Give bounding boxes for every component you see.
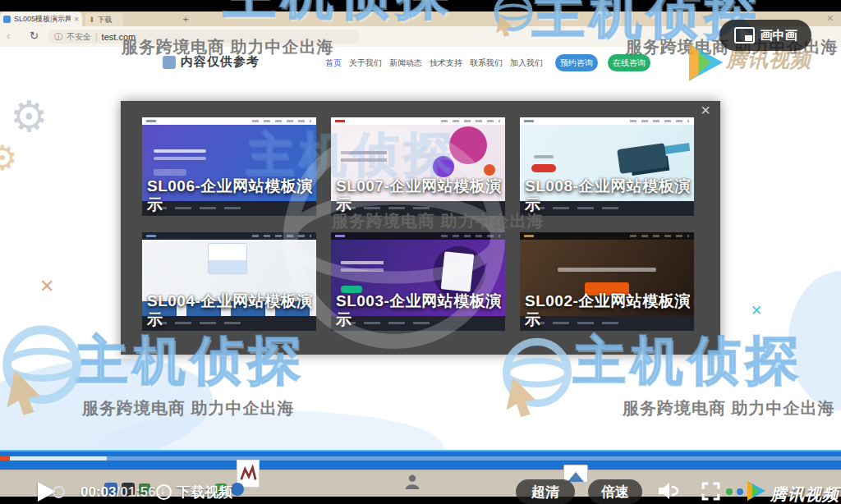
url-text: test.com <box>102 32 136 42</box>
progress-played <box>0 456 10 460</box>
download-tab-label: 下载 <box>98 15 113 25</box>
pip-label: 画中画 <box>761 28 797 44</box>
template-label: SL002-企业网站模板演示 <box>525 291 692 331</box>
tab-title: SL005模板演示网站 <box>14 14 71 25</box>
template-label: SL007-企业网站模板演示 <box>336 176 503 216</box>
picture-in-picture-button[interactable]: 画中画 <box>719 20 811 51</box>
template-card-sl007[interactable]: SL007-企业网站模板演示 <box>331 117 505 216</box>
page-footer-band <box>0 450 841 471</box>
decoration <box>558 268 656 272</box>
time-total: 01:56 <box>120 484 155 500</box>
speed-button[interactable]: 倍速 <box>588 479 642 504</box>
mini-site-header <box>142 232 316 240</box>
decoration <box>617 143 668 174</box>
download-circle-icon <box>156 484 172 500</box>
address-bar[interactable]: ⓘ 不安全 | test.com <box>48 30 360 44</box>
download-icon: ⬇ <box>89 16 95 24</box>
tencent-video-logo <box>744 479 767 502</box>
time-display: 00:03/01:56 <box>80 484 156 501</box>
template-label: SL008-企业网站模板演示 <box>525 176 692 216</box>
time-current: 00:03 <box>80 484 116 500</box>
progress-bar[interactable] <box>0 456 841 460</box>
quality-button[interactable]: 超清 <box>516 479 575 504</box>
security-label: 不安全 <box>67 31 91 43</box>
template-card-sl004[interactable]: SL004-企业网站模板演示 <box>142 232 316 331</box>
volume-icon[interactable] <box>657 480 680 502</box>
tencent-video-brand: 腾讯视频 <box>770 483 839 504</box>
gear-icon: ⚙ <box>0 138 18 178</box>
browser-tab[interactable]: SL005模板演示网站 × <box>0 11 82 26</box>
mini-site-header <box>520 232 694 240</box>
video-player-stage: SL005模板演示网站 × ⬇ 下载 ＋ ✕ ‹ ↻ ⓘ 不安全 | test.… <box>0 0 841 504</box>
nav-item-join[interactable]: 加入我们 <box>510 57 543 69</box>
nav-item-news[interactable]: 新闻动态 <box>389 57 422 69</box>
mini-site-header <box>520 117 694 125</box>
template-label: SL006-企业网站模板演示 <box>147 176 314 216</box>
template-card-sl008[interactable]: SL008-企业网站模板演示 <box>520 117 694 216</box>
nav-item-home[interactable]: 首页 <box>325 57 342 69</box>
favicon <box>3 16 11 23</box>
pip-icon <box>734 27 755 44</box>
back-icon[interactable]: ‹ <box>7 30 10 42</box>
letterbox-top <box>0 0 841 11</box>
tencent-video-logo <box>683 41 726 84</box>
modal-close-icon[interactable]: × <box>701 102 710 118</box>
taskbar-user-icon[interactable] <box>404 473 420 489</box>
decorative-x-icon: ✕ <box>39 276 54 297</box>
mini-site-header <box>331 117 505 125</box>
gear-icon: ⚙ <box>10 92 48 141</box>
download-video-label: 下载视频 <box>177 483 232 502</box>
template-card-sl003[interactable]: SL003-企业网站模板演示 <box>331 232 505 331</box>
consult-button[interactable]: 预约咨询 <box>555 54 598 71</box>
site-logo-icon <box>163 56 176 69</box>
template-card-sl002[interactable]: SL002-企业网站模板演示 <box>520 232 694 331</box>
decoration <box>341 151 387 154</box>
decoration <box>208 243 247 274</box>
main-nav: 首页 关于我们 新闻动态 技术支持 联系我们 加入我们 <box>325 57 543 69</box>
loop-icon[interactable] <box>53 486 65 498</box>
wm-logo-icon <box>239 465 257 483</box>
nav-item-support[interactable]: 技术支持 <box>430 57 462 69</box>
nav-item-contact[interactable]: 联系我们 <box>470 57 503 69</box>
site-logo-text: 内容仅供参考 <box>181 54 260 70</box>
online-consult-button[interactable]: 在线咨询 <box>608 54 650 71</box>
reload-icon[interactable]: ↻ <box>30 30 39 42</box>
download-bar-tab[interactable]: ⬇ 下载 <box>85 13 123 26</box>
tray-dot-icon[interactable] <box>726 488 733 495</box>
nav-item-about[interactable]: 关于我们 <box>349 57 382 69</box>
download-video-button[interactable]: 下载视频 <box>156 483 232 502</box>
new-tab-button[interactable]: ＋ <box>181 12 191 26</box>
progress-buffered <box>0 456 107 460</box>
site-info-icon[interactable]: ⓘ <box>54 31 62 43</box>
decoration <box>154 169 186 176</box>
browser-tab-strip <box>0 11 841 26</box>
decoration <box>531 164 556 172</box>
template-gallery-modal: × SL006-企业网站模板演示 SL007-企业网站模板演示 <box>121 101 720 355</box>
taskbar-icon[interactable] <box>231 483 244 496</box>
fullscreen-icon[interactable] <box>701 481 721 502</box>
decoration <box>154 149 206 153</box>
decoration <box>449 126 487 164</box>
template-card-sl006[interactable]: SL006-企业网站模板演示 <box>142 117 316 216</box>
address-divider: | <box>95 32 98 41</box>
mini-site-header <box>331 232 505 240</box>
tray-dot-icon[interactable] <box>737 488 743 495</box>
template-label: SL003-企业网站模板演示 <box>336 291 503 331</box>
template-label: SL004-企业网站模板演示 <box>147 291 314 331</box>
mini-site-header <box>142 117 316 125</box>
window-close-icon[interactable]: ✕ <box>826 13 834 24</box>
decorative-x-icon: ✕ <box>751 302 762 319</box>
tab-close-icon[interactable]: × <box>74 15 79 24</box>
decoration <box>441 251 475 292</box>
site-logo: 内容仅供参考 <box>163 54 260 70</box>
